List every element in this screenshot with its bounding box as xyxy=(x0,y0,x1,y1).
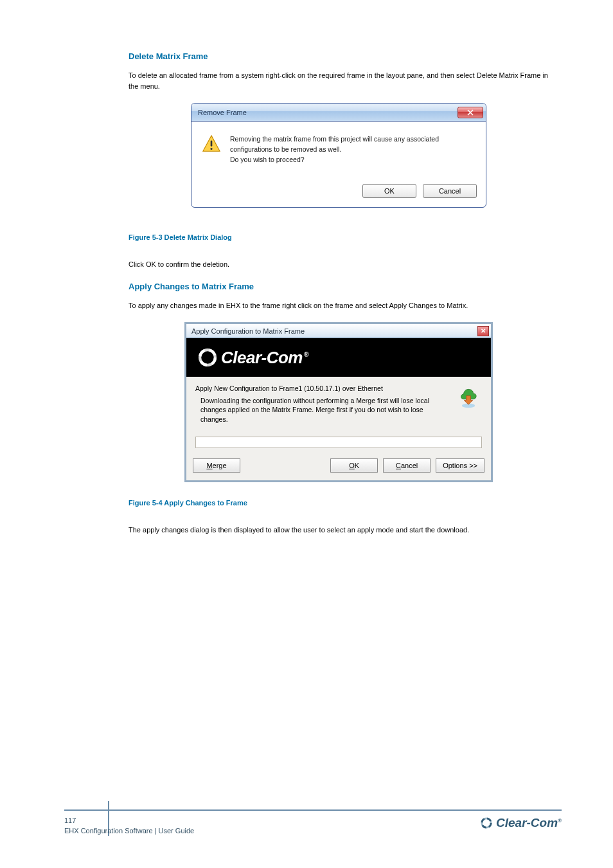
merge-rest: erge xyxy=(213,462,227,469)
remove-frame-dialog: Remove Frame Removing the matrix frame f… xyxy=(191,103,486,208)
footer-wordmark: Clear-Com® xyxy=(496,816,562,830)
figure-caption-1: Figure 5-3 Delete Matrix Dialog xyxy=(129,233,549,241)
apply-config-title-text: Apply Configuration to Matrix Frame xyxy=(191,327,305,335)
remove-frame-cancel-button[interactable]: Cancel xyxy=(423,184,477,198)
remove-frame-message: Removing the matrix frame from this proj… xyxy=(230,134,475,165)
svg-point-2 xyxy=(210,148,212,150)
remove-frame-titlebar: Remove Frame xyxy=(191,104,486,122)
section-heading-apply: Apply Changes to Matrix Frame xyxy=(129,282,549,291)
remove-frame-msg-line2: Do you wish to proceed? xyxy=(230,155,475,165)
download-icon xyxy=(458,387,479,409)
footer-page-number: 117 xyxy=(64,816,194,826)
figure-caption-2: Figure 5-4 Apply Changes to Frame xyxy=(129,499,549,507)
footer-rule xyxy=(64,809,562,811)
apply-ok-button[interactable]: OK xyxy=(330,458,378,473)
delete-intro-text: To delete an allocated frame from a syst… xyxy=(129,70,549,91)
confirm-text: Click OK to confirm the deletion. xyxy=(129,259,549,270)
clear-com-logo-icon xyxy=(197,347,218,368)
clear-com-wordmark: Clear-Com® xyxy=(221,348,308,368)
svg-point-4 xyxy=(200,350,215,365)
apply-config-line2: Downloading the configuration without pe… xyxy=(195,396,440,424)
apply-config-dialog: Apply Configuration to Matrix Frame ✕ Cl… xyxy=(184,322,493,482)
warning-icon xyxy=(202,134,221,154)
apply-cancel-button[interactable]: Cancel xyxy=(383,458,431,473)
close-icon xyxy=(467,109,474,116)
apply-options-button[interactable]: Options >> xyxy=(436,458,484,473)
remove-frame-close-button[interactable] xyxy=(458,107,483,118)
apply-post-text: The apply changes dialog is then display… xyxy=(129,525,549,536)
remove-frame-ok-button[interactable]: OK xyxy=(362,184,416,198)
section-heading-delete: Delete Matrix Frame xyxy=(129,51,549,61)
apply-config-titlebar: Apply Configuration to Matrix Frame ✕ xyxy=(186,324,491,338)
apply-config-line1: Apply New Configuration to Frame1 (10.50… xyxy=(195,384,482,392)
footer-brand: Clear-Com® xyxy=(479,816,562,830)
apply-config-progress-field xyxy=(195,437,482,448)
footer-doc-title: EHX Configuration Software | User Guide xyxy=(64,826,194,836)
remove-frame-title-text: Remove Frame xyxy=(198,109,247,116)
footer-left: 117 EHX Configuration Software | User Gu… xyxy=(64,816,194,836)
apply-intro-text: To apply any changes made in EHX to the … xyxy=(129,300,549,311)
remove-frame-msg-line1: Removing the matrix frame from this proj… xyxy=(230,134,475,155)
merge-button[interactable]: Merge xyxy=(193,458,240,473)
page-footer: 117 EHX Configuration Software | User Gu… xyxy=(64,809,562,836)
apply-config-close-button[interactable]: ✕ xyxy=(477,326,489,336)
svg-point-7 xyxy=(482,818,491,827)
apply-config-banner: Clear-Com® xyxy=(186,338,491,377)
svg-rect-1 xyxy=(211,140,213,146)
footer-logo-icon xyxy=(479,816,493,830)
